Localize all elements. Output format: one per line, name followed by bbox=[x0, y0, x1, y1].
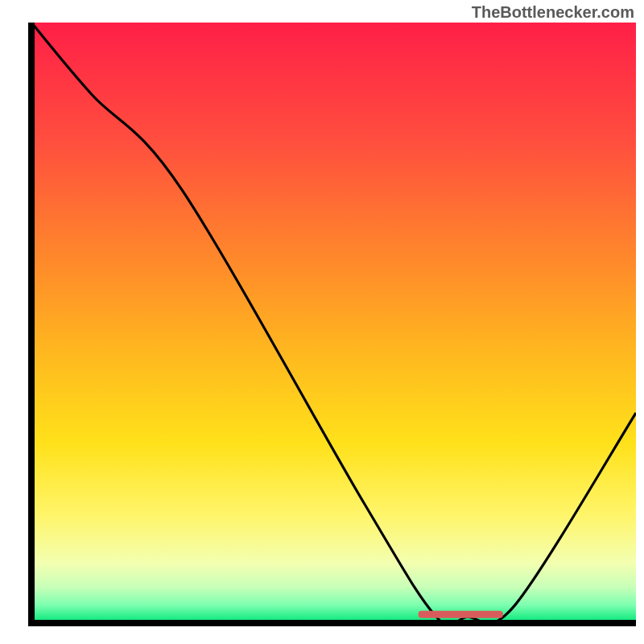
chart-background bbox=[31, 23, 636, 623]
watermark-text: TheBottleneсker.com bbox=[472, 3, 634, 22]
bottleneck-chart bbox=[28, 23, 636, 626]
optimum-marker-band bbox=[419, 611, 503, 618]
